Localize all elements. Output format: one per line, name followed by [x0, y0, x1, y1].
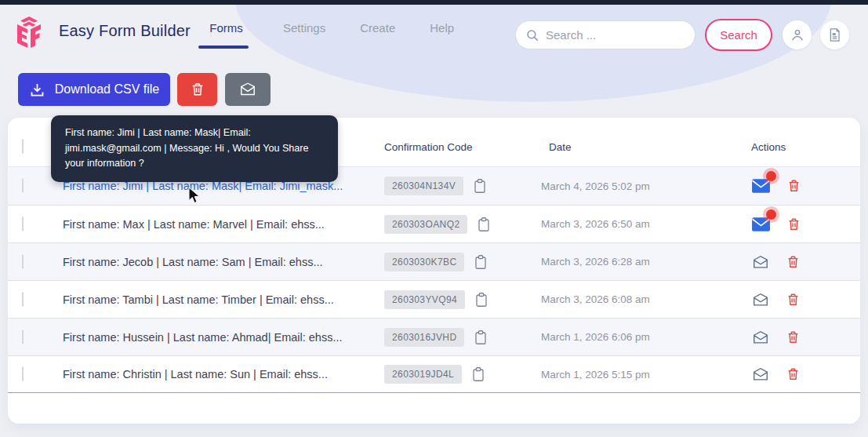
delete-row-icon[interactable]: [786, 292, 801, 308]
file-icon: [827, 27, 842, 42]
delete-row-icon[interactable]: [786, 178, 801, 194]
nav-item-settings-label: Settings: [283, 21, 325, 35]
select-all-checkbox[interactable]: [22, 139, 24, 154]
user-icon: [790, 27, 805, 43]
delete-row-icon[interactable]: [786, 330, 801, 345]
submission-date: March 3, 2026 6:08 am: [541, 293, 737, 305]
copy-icon[interactable]: [471, 366, 485, 382]
submission-message[interactable]: First name: Jecob | Last name: Sam | Ema…: [63, 256, 384, 268]
search-button[interactable]: Search: [705, 19, 772, 51]
submission-date: March 3, 2026 6:28 am: [541, 256, 737, 268]
bulk-mail-button[interactable]: [225, 73, 271, 106]
user-account-button[interactable]: [783, 20, 812, 49]
message-tooltip: First name: Jimi | Last name: Mask| Emai…: [51, 115, 338, 182]
copy-icon[interactable]: [474, 330, 488, 345]
table-row: First name: Jecob | Last name: Sam | Ema…: [8, 242, 860, 280]
copy-icon[interactable]: [473, 178, 487, 194]
mail-open-icon[interactable]: [751, 366, 770, 383]
row-checkbox[interactable]: [22, 330, 24, 344]
nav-item-create[interactable]: Create: [360, 21, 395, 49]
submission-message[interactable]: First name: Christin | Last name: Sun | …: [63, 368, 384, 381]
unread-dot: [766, 209, 776, 220]
nav-item-forms-label: Forms: [209, 21, 243, 35]
confirmation-code: 260303OANQ2: [384, 215, 467, 234]
table-body: First name: Jimi | Last name: Mask| Emai…: [8, 167, 860, 393]
actions-header: Actions: [751, 141, 786, 153]
nav-item-create-label: Create: [360, 21, 395, 35]
table-row: First name: Tambi | Last name: Timber | …: [8, 280, 860, 318]
nav-item-help-label: Help: [430, 21, 454, 35]
table-row: First name: Max | Last name: Marvel | Em…: [8, 205, 860, 242]
submission-date: March 3, 2026 6:50 am: [541, 218, 737, 230]
delete-row-icon[interactable]: [786, 366, 801, 382]
download-csv-label: Download CSV file: [55, 82, 159, 97]
submission-message[interactable]: First name: Max | Last name: Marvel | Em…: [63, 218, 384, 231]
copy-icon[interactable]: [474, 292, 488, 308]
nav-item-forms[interactable]: Forms: [204, 21, 249, 49]
confirmation-code: 260304N134V: [384, 177, 463, 195]
confirmation-code: 2603019JD4L: [384, 365, 462, 384]
page-title: Easy Form Builder: [59, 22, 191, 40]
mail-open-icon[interactable]: [751, 291, 770, 308]
submission-date: March 1, 2026 6:06 pm: [541, 331, 737, 343]
mail-open-icon[interactable]: [751, 329, 770, 346]
nav-item-help[interactable]: Help: [430, 21, 454, 49]
download-icon: [29, 82, 45, 98]
app-header: Easy Form Builder Forms Settings Create …: [0, 5, 868, 71]
envelope-icon: [238, 81, 257, 98]
confirmation-code-header: Confirmation Code: [384, 141, 473, 153]
confirmation-code: 260303YVQ94: [384, 290, 465, 309]
search-input[interactable]: [546, 28, 679, 42]
form-document-button[interactable]: [820, 20, 849, 49]
bulk-delete-button[interactable]: [177, 73, 217, 106]
row-checkbox[interactable]: [22, 292, 24, 307]
mail-unread-icon[interactable]: [751, 217, 771, 232]
row-checkbox[interactable]: [22, 366, 24, 381]
mail-open-icon[interactable]: [751, 253, 770, 271]
main-nav: Forms Settings Create Help: [204, 21, 454, 49]
search-icon: [525, 28, 539, 42]
trash-icon: [190, 82, 205, 97]
search-bar: [515, 20, 695, 49]
confirmation-code: 2603030K7BC: [384, 253, 464, 271]
delete-row-icon[interactable]: [786, 254, 801, 270]
copy-icon[interactable]: [474, 254, 488, 270]
submission-message[interactable]: First name: Tambi | Last name: Timber | …: [63, 293, 384, 306]
table-row: First name: Christin | Last name: Sun | …: [8, 355, 860, 393]
row-checkbox[interactable]: [22, 254, 24, 269]
row-checkbox[interactable]: [22, 178, 24, 193]
mail-unread-icon[interactable]: [751, 178, 771, 194]
row-checkbox[interactable]: [22, 217, 24, 231]
top-window-strip: [0, 0, 868, 5]
confirmation-code: 2603016JVHD: [384, 328, 464, 347]
submission-date: March 4, 2026 5:02 pm: [541, 180, 737, 192]
date-header: Date: [549, 141, 572, 153]
download-csv-button[interactable]: Download CSV file: [18, 73, 170, 106]
copy-icon[interactable]: [477, 217, 491, 232]
table-row: First name: Hussein | Last name: Ahmad| …: [8, 318, 860, 355]
submission-message[interactable]: First name: Hussein | Last name: Ahmad| …: [63, 331, 384, 344]
nav-item-settings[interactable]: Settings: [283, 21, 325, 49]
active-tab-underline: [198, 46, 249, 49]
bulk-actions-toolbar: Download CSV file: [18, 73, 271, 106]
submission-date: March 1, 2026 5:15 pm: [541, 369, 737, 381]
delete-row-icon[interactable]: [786, 217, 801, 232]
app-logo-icon: [11, 14, 47, 50]
unread-dot: [766, 171, 776, 181]
